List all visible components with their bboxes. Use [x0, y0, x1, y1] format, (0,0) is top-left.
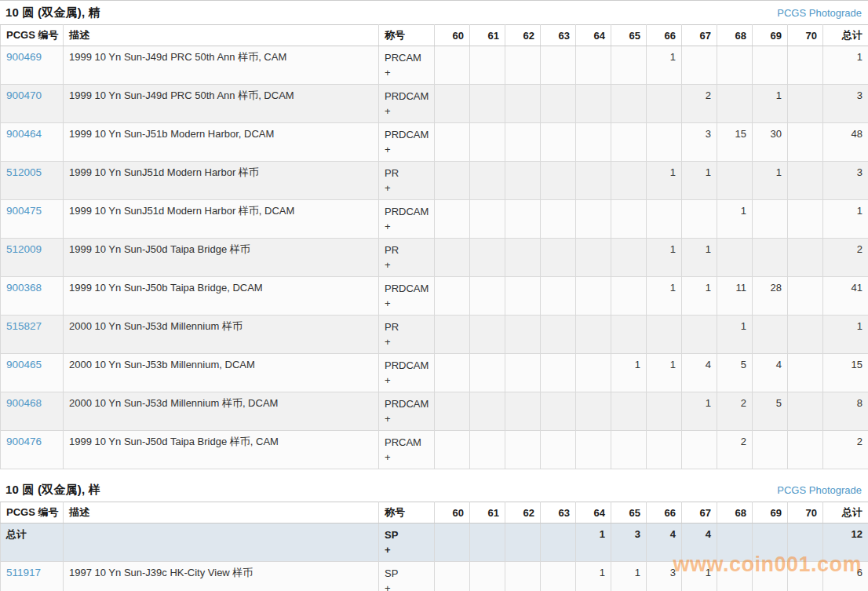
table-row: 5120051999 10 Yn SunJ51d Modern Harbor 样… — [1, 162, 868, 200]
grade-62-count — [505, 354, 541, 392]
grade-63-count — [541, 239, 576, 277]
grade-63-count — [541, 354, 576, 392]
grade-70-count — [788, 85, 823, 123]
grade-70-count — [788, 524, 823, 562]
designation-plus: + — [385, 296, 429, 311]
coin-description: 2000 10 Yn Sun-J53d Millennium 样币, DCAM — [64, 392, 379, 431]
grade-63-count — [541, 392, 576, 431]
total-row-label: 总计 — [1, 524, 64, 562]
table-row: 9004652000 10 Yn Sun-J53b Millennium, DC… — [1, 354, 868, 392]
pcgs-number-link[interactable]: 900470 — [6, 89, 42, 101]
col-header-grade-67: 67 — [682, 25, 717, 46]
pcgs-number-link[interactable]: 900468 — [6, 397, 42, 409]
table-row: 5119171997 10 Yn Sun-J39c HK-City View 样… — [1, 562, 868, 591]
grade-69-count: 30 — [753, 123, 788, 162]
grade-63-count — [541, 85, 576, 123]
grade-63-count — [541, 162, 576, 200]
grade-67-count: 1 — [682, 392, 717, 431]
pcgs-photograde-link[interactable]: PCGS Photograde — [777, 7, 862, 19]
col-header-grade-66: 66 — [647, 25, 682, 46]
pcgs-number-cell: 900469 — [1, 46, 64, 85]
pcgs-number-cell: 511917 — [1, 562, 64, 591]
col-header-description: 描述 — [64, 25, 379, 46]
coin-description: 2000 10 Yn Sun-J53b Millennium, DCAM — [64, 354, 379, 392]
pcgs-number-link[interactable]: 512009 — [6, 243, 42, 255]
grade-69-count — [753, 431, 788, 469]
designation-label: PR — [385, 319, 429, 334]
designation-label: PRDCAM — [385, 281, 429, 296]
grade-67-count — [682, 200, 717, 239]
grade-69-count — [753, 46, 788, 85]
grade-68-count — [717, 524, 753, 562]
designation: PR+ — [379, 316, 435, 354]
grade-66-count: 4 — [647, 524, 682, 562]
pcgs-number-link[interactable]: 511917 — [6, 567, 41, 578]
grade-64-count — [576, 431, 611, 469]
grade-62-count — [505, 162, 541, 200]
grade-62-count — [505, 85, 541, 123]
col-header-grade-65: 65 — [611, 25, 647, 46]
grade-68-count — [717, 562, 753, 591]
pcgs-number-link[interactable]: 512005 — [6, 166, 42, 178]
coin-description: 1999 10 Yn Sun-J51b Modern Harbor, DCAM — [64, 123, 379, 162]
designation-plus: + — [385, 142, 429, 157]
pcgs-number-link[interactable]: 900476 — [6, 436, 42, 447]
designation-label: SP — [385, 566, 429, 581]
grade-61-count — [470, 316, 505, 354]
col-header-grade-65: 65 — [611, 502, 647, 524]
pcgs-number-link[interactable]: 900464 — [6, 128, 42, 140]
row-total: 12 — [823, 524, 868, 562]
row-total: 48 — [823, 123, 868, 162]
pcgs-photograde-link[interactable]: PCGS Photograde — [777, 484, 862, 496]
row-total: 1 — [823, 316, 868, 354]
grade-70-count — [788, 354, 823, 392]
grade-62-count — [505, 392, 541, 431]
grade-65-count — [611, 46, 647, 85]
grade-65-count — [611, 392, 647, 431]
col-header-pcgs-number: PCGS 编号 — [1, 502, 64, 524]
grade-66-count: 1 — [647, 354, 682, 392]
col-header-grade-69: 69 — [753, 25, 788, 46]
section-specimen: 10 圆 (双金属), 样 PCGS Photograde PCGS 编号 描述… — [0, 478, 868, 591]
coin-description: 1999 10 Yn Sun-J49d PRC 50th Ann 样币, DCA… — [64, 85, 379, 123]
designation-plus: + — [385, 219, 429, 234]
pcgs-number-cell: 900468 — [1, 392, 64, 431]
grade-65-count: 1 — [611, 562, 647, 591]
section-title: 10 圆 (双金属), 样 — [5, 483, 100, 498]
designation: PRDCAM+ — [379, 392, 435, 431]
coin-description: 1999 10 Yn Sun-J49d PRC 50th Ann 样币, CAM — [64, 46, 379, 85]
designation-plus: + — [385, 411, 429, 426]
designation-label: PR — [385, 166, 429, 181]
col-header-grade-61: 61 — [470, 502, 505, 524]
grade-64-count — [576, 354, 611, 392]
grade-66-count: 1 — [647, 239, 682, 277]
table-row: 9004691999 10 Yn Sun-J49d PRC 50th Ann 样… — [1, 46, 868, 85]
grade-62-count — [505, 123, 541, 162]
pcgs-number-link[interactable]: 515827 — [6, 320, 42, 332]
grade-60-count — [435, 316, 470, 354]
grade-66-count: 3 — [647, 562, 682, 591]
pcgs-number-link[interactable]: 900469 — [6, 51, 42, 63]
grade-66-count: 1 — [647, 46, 682, 85]
grade-60-count — [435, 431, 470, 469]
col-header-grade-63: 63 — [541, 502, 576, 524]
grade-67-count — [682, 46, 717, 85]
designation-plus: + — [385, 450, 429, 465]
grade-68-count: 2 — [717, 392, 753, 431]
pcgs-number-link[interactable]: 900368 — [6, 282, 42, 294]
grade-65-count — [611, 316, 647, 354]
table-row: 5120091999 10 Yn Sun-J50d Taipa Bridge 样… — [1, 239, 868, 277]
grade-67-count: 1 — [682, 239, 717, 277]
pcgs-number-link[interactable]: 900475 — [6, 205, 42, 217]
designation: PRCAM+ — [379, 46, 435, 85]
grade-64-count — [576, 239, 611, 277]
table-row: 9004701999 10 Yn Sun-J49d PRC 50th Ann 样… — [1, 85, 868, 123]
coin-description: 1999 10 Yn Sun-J50b Taipa Bridge, DCAM — [64, 277, 379, 316]
grade-60-count — [435, 277, 470, 316]
col-header-grade-61: 61 — [470, 25, 505, 46]
grade-62-count — [505, 200, 541, 239]
designation-label: SP — [385, 527, 429, 542]
pcgs-number-link[interactable]: 900465 — [6, 359, 42, 370]
designation: PRDCAM+ — [379, 85, 435, 123]
col-header-grade-70: 70 — [788, 25, 823, 46]
